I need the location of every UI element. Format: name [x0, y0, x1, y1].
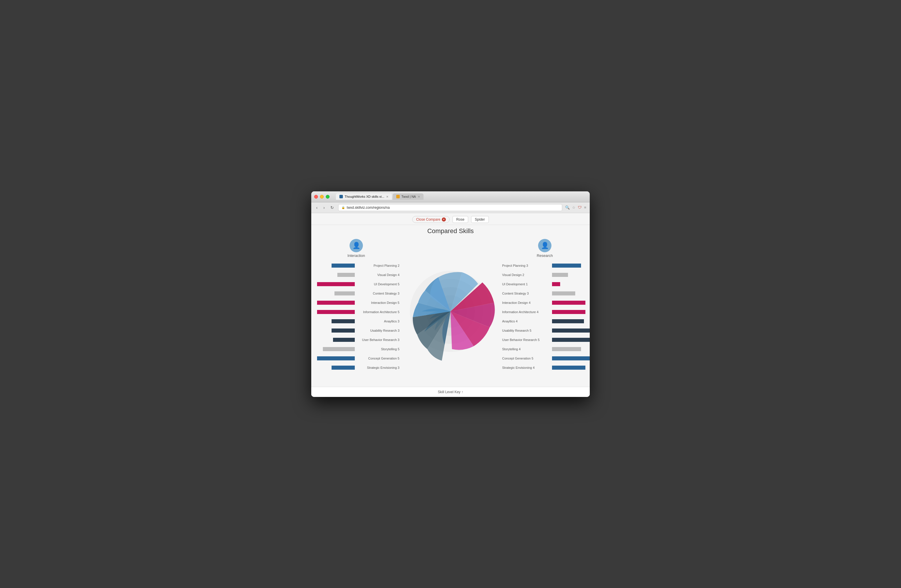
right-skill-label-4: Interaction Design 4	[500, 301, 552, 305]
left-skill-row-2: UI Development 5	[311, 280, 401, 288]
left-skill-label-7: Usability Research 3	[355, 329, 401, 332]
toolbar: Close Compare ✕ Rose Spider	[311, 213, 590, 225]
left-skill-row-11: Strategic Envisioning 3	[311, 364, 401, 372]
left-bar-11	[332, 366, 355, 370]
right-skill-label-7: Usability Research 5	[500, 329, 552, 332]
left-avatar: 👤	[349, 239, 363, 252]
right-bar-4	[552, 301, 585, 305]
nav-bar: ‹ › ↻ 🔒 twxd.skillviz.com/regions/na 🔍 ☆…	[311, 202, 590, 213]
right-bar-8	[552, 338, 590, 342]
left-skill-label-11: Strategic Envisioning 3	[355, 366, 401, 369]
tab-label-1: ThoughtWorks XD skills vi...	[344, 195, 384, 198]
left-skill-label-10: Concept Generation 5	[355, 357, 401, 360]
left-panel: 👤 Interaction Project Planning 2	[311, 236, 401, 387]
security-icon[interactable]: 🛡	[578, 205, 581, 210]
tab-twxd[interactable]: Twxd | NA ✕	[393, 193, 424, 200]
right-skill-row-5: Information Architecture 4	[500, 308, 590, 316]
left-bar-1	[337, 273, 355, 277]
right-skill-label-2: UI Development 1	[500, 282, 552, 286]
minimize-button[interactable]	[320, 195, 324, 199]
bookmark-icon[interactable]: ☆	[572, 205, 575, 210]
right-bar-container-11	[552, 366, 590, 370]
search-icon[interactable]: 🔍	[565, 205, 570, 210]
right-skill-row-6: Anayltics 4	[500, 317, 590, 325]
tab-close-1[interactable]: ✕	[386, 195, 388, 198]
left-skill-label-5: Information Architecture 5	[355, 310, 401, 314]
refresh-button[interactable]: ↻	[329, 205, 335, 210]
tab-favicon-1	[340, 195, 343, 198]
close-compare-button[interactable]: Close Compare ✕	[412, 216, 449, 223]
right-bar-container-3	[552, 291, 590, 296]
left-bar-9	[323, 347, 355, 351]
right-skill-row-4: Interaction Design 4	[500, 299, 590, 306]
right-bar-container-2	[552, 282, 590, 286]
left-bar-0	[332, 264, 355, 268]
right-skill-label-9: Storytelling 4	[500, 347, 552, 351]
close-button[interactable]	[314, 195, 318, 199]
three-col-layout: 👤 Interaction Project Planning 2	[311, 236, 590, 387]
right-skill-row-1: Visual Design 2	[500, 271, 590, 278]
right-bar-container-8	[552, 338, 590, 342]
tab-thoughtworks[interactable]: ThoughtWorks XD skills vi... ✕	[336, 193, 392, 200]
right-bar-container-6	[552, 319, 590, 323]
left-bar-6	[332, 319, 355, 323]
traffic-lights	[314, 195, 329, 199]
left-skill-row-8: User Behavior Research 3	[311, 336, 401, 344]
right-skill-label-3: Content Strategy 3	[500, 292, 552, 295]
right-panel: 👤 Research Project Planning 3	[500, 236, 590, 387]
url-lock-icon: 🔒	[341, 206, 345, 209]
left-bar-7	[332, 328, 355, 333]
left-skill-row-0: Project Planning 2	[311, 262, 401, 269]
rose-chart	[404, 256, 497, 367]
left-bar-container-11	[311, 366, 355, 370]
right-bar-9	[552, 347, 581, 351]
left-profile-header: 👤 Interaction	[311, 239, 401, 258]
right-bar-2	[552, 282, 560, 286]
left-skills-list: Project Planning 2 Visual Design 4	[311, 262, 401, 372]
right-skill-label-8: User Behavior Research 5	[500, 338, 552, 342]
left-skill-label-0: Project Planning 2	[355, 264, 401, 268]
spider-button[interactable]: Spider	[471, 216, 489, 223]
left-skill-label-8: User Behavior Research 3	[355, 338, 401, 342]
left-bar-10	[317, 356, 355, 360]
right-bar-container-4	[552, 301, 590, 305]
left-bar-3	[334, 291, 355, 296]
right-skill-label-11: Strategic Envisioning 4	[500, 366, 552, 369]
left-skill-row-4: Interaction Design 5	[311, 299, 401, 306]
right-bar-container-5	[552, 310, 590, 314]
left-skill-label-3: Content Strategy 3	[355, 292, 401, 295]
chart-title: Compared Skills	[311, 225, 590, 236]
right-skill-label-6: Anayltics 4	[500, 319, 552, 323]
right-skills-list: Project Planning 3 Visual Design 2	[500, 262, 590, 372]
right-bar-container-1	[552, 273, 590, 277]
url-text: twxd.skillviz.com/regions/na	[347, 205, 390, 210]
menu-icon[interactable]: ≡	[584, 205, 586, 210]
left-bar-4	[317, 301, 355, 305]
left-skill-row-3: Content Strategy 3	[311, 290, 401, 297]
left-skill-row-1: Visual Design 4	[311, 271, 401, 278]
right-skill-label-1: Visual Design 2	[500, 273, 552, 277]
left-bar-2	[317, 282, 355, 286]
left-skill-label-1: Visual Design 4	[355, 273, 401, 277]
left-bar-container-0	[311, 264, 355, 268]
left-bar-container-5	[311, 310, 355, 314]
right-bar-10	[552, 356, 590, 360]
forward-button[interactable]: ›	[322, 205, 326, 210]
close-compare-label: Close Compare	[416, 218, 440, 221]
right-avatar-icon: 👤	[541, 242, 549, 249]
left-bar-5	[317, 310, 355, 314]
right-skill-row-11: Strategic Envisioning 4	[500, 364, 590, 372]
left-bar-container-1	[311, 273, 355, 277]
back-button[interactable]: ‹	[315, 205, 319, 210]
right-skill-row-3: Content Strategy 3	[500, 290, 590, 297]
right-skill-row-9: Storytelling 4	[500, 345, 590, 353]
tab-close-2[interactable]: ✕	[418, 195, 420, 198]
rose-button[interactable]: Rose	[452, 216, 468, 223]
right-skill-label-5: Information Architecture 4	[500, 310, 552, 314]
maximize-button[interactable]	[326, 195, 329, 199]
url-bar: 🔒 twxd.skillviz.com/regions/na	[338, 204, 562, 211]
tabs-bar: ThoughtWorks XD skills vi... ✕ Twxd | NA…	[336, 193, 587, 200]
tab-favicon-2	[396, 195, 400, 198]
left-bar-container-2	[311, 282, 355, 286]
right-bar-1	[552, 273, 568, 277]
